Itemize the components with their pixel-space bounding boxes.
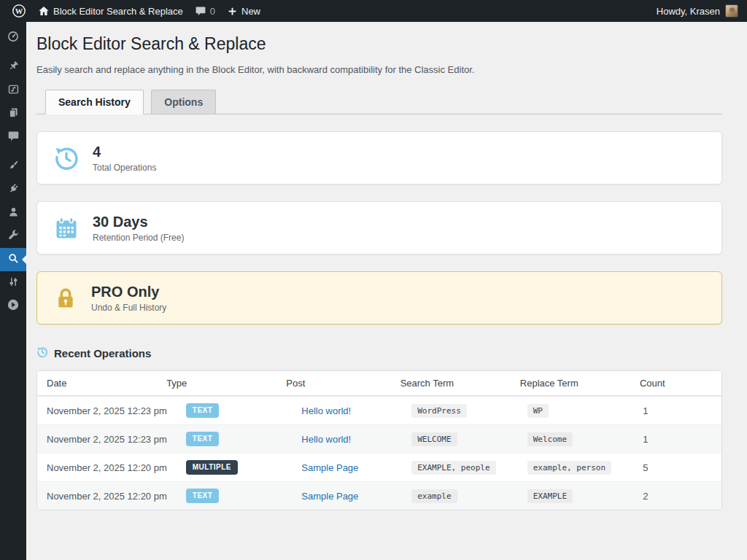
- site-title: Block Editor Search & Replace: [53, 6, 183, 17]
- page-title: Block Editor Search & Replace: [36, 34, 722, 54]
- stat-text: 4 Total Operations: [93, 143, 156, 173]
- cell-date: November 2, 2025 12:23 pm: [37, 427, 177, 451]
- table-row: November 2, 2025 12:23 pm TEXT Hello wor…: [37, 396, 721, 424]
- cell-search-term: EXAMPLE, people: [402, 454, 518, 481]
- admin-bar: W Block Editor Search & Replace 0 New Ho…: [0, 0, 747, 22]
- search-term-chip: WELCOME: [411, 432, 457, 446]
- sidebar-item-appearance[interactable]: [0, 155, 26, 178]
- col-replace-term: Replace Term: [511, 371, 630, 395]
- sidebar-item-tools[interactable]: [0, 225, 26, 248]
- comments-count: 0: [210, 6, 215, 17]
- cell-post: Hello world!: [292, 399, 402, 423]
- cell-replace-term: example, person: [518, 454, 634, 481]
- cell-replace-term: EXAMPLE: [518, 483, 634, 510]
- sidebar-item-posts[interactable]: [0, 55, 26, 79]
- cell-post: Sample Page: [292, 484, 402, 508]
- search-term-chip: EXAMPLE, people: [411, 461, 495, 475]
- table-row: November 2, 2025 12:23 pm TEXT Hello wor…: [37, 424, 721, 453]
- sidebar-item-dashboard[interactable]: [0, 26, 26, 50]
- stat-text: 30 Days Retention Period (Free): [93, 213, 184, 243]
- type-badge: TEXT: [186, 403, 220, 418]
- media-icon: [7, 83, 20, 98]
- cell-search-term: example: [402, 483, 518, 510]
- replace-term-chip: WP: [527, 404, 549, 418]
- tab-options[interactable]: Options: [151, 90, 216, 114]
- menu-separator: [0, 149, 26, 155]
- sidebar-item-comments[interactable]: [0, 125, 26, 149]
- table-header-row: Date Type Post Search Term Replace Term …: [37, 371, 721, 396]
- sidebar-item-users[interactable]: [0, 201, 26, 225]
- col-search-term: Search Term: [391, 371, 511, 395]
- table-row: November 2, 2025 12:20 pm TEXT Sample Pa…: [37, 481, 721, 510]
- tab-search-history[interactable]: Search History: [45, 90, 144, 114]
- new-label: New: [241, 6, 260, 17]
- plugins-plug-icon: [7, 182, 20, 198]
- cell-date: November 2, 2025 12:23 pm: [37, 399, 177, 423]
- cell-search-term: WordPress: [402, 397, 518, 424]
- table-row: November 2, 2025 12:20 pm MULTIPLE Sampl…: [37, 453, 721, 481]
- sidebar-item-plugins[interactable]: [0, 178, 26, 201]
- replace-term-chip: example, person: [527, 461, 611, 475]
- main-content: Block Editor Search & Replace Easily sea…: [26, 22, 747, 560]
- stat-pro-label: Undo & Full History: [91, 303, 166, 313]
- comments-icon: [7, 130, 20, 145]
- type-badge: MULTIPLE: [186, 460, 238, 475]
- new-content-button[interactable]: New: [221, 0, 266, 22]
- plus-icon: [227, 6, 238, 17]
- search-term-chip: example: [411, 489, 457, 503]
- search-icon: [7, 252, 20, 268]
- settings-sliders-icon: [7, 276, 20, 291]
- history-small-icon: [36, 346, 48, 360]
- site-name-link[interactable]: Block Editor Search & Replace: [32, 0, 189, 22]
- howdy-text: Howdy, Krasen: [657, 6, 720, 17]
- avatar: [725, 4, 738, 18]
- post-link[interactable]: Sample Page: [301, 491, 358, 502]
- cell-count: 1: [633, 399, 721, 423]
- users-icon: [7, 206, 20, 221]
- wordpress-logo-menu[interactable]: W: [6, 0, 32, 22]
- cell-type: TEXT: [177, 397, 293, 424]
- cell-count: 5: [633, 456, 721, 480]
- cell-type: TEXT: [177, 482, 293, 510]
- recent-operations-heading: Recent Operations: [36, 346, 722, 360]
- lock-icon: [53, 286, 78, 311]
- sidebar-item-collapse-menu[interactable]: [0, 295, 26, 318]
- cell-type: TEXT: [177, 425, 293, 453]
- account-menu[interactable]: Howdy, Krasen: [654, 4, 741, 18]
- cell-replace-term: WP: [518, 397, 634, 424]
- comments-shortcut[interactable]: 0: [189, 0, 221, 22]
- appearance-brush-icon: [7, 159, 20, 174]
- stat-total-value: 4: [93, 143, 156, 161]
- cell-count: 1: [633, 427, 721, 451]
- sidebar-item-search-replace[interactable]: [0, 248, 26, 271]
- history-icon: [53, 145, 80, 171]
- svg-text:W: W: [15, 7, 23, 15]
- tools-wrench-icon: [7, 229, 20, 244]
- cell-post: Sample Page: [292, 456, 402, 480]
- table-body: November 2, 2025 12:23 pm TEXT Hello wor…: [37, 396, 721, 510]
- collapse-menu-icon: [7, 298, 20, 314]
- stat-card-total-operations: 4 Total Operations: [36, 131, 722, 184]
- sidebar-item-settings[interactable]: [0, 271, 26, 295]
- sidebar-item-pages[interactable]: [0, 102, 26, 125]
- search-term-chip: WordPress: [411, 404, 467, 418]
- recent-operations-title: Recent Operations: [54, 347, 151, 359]
- stat-card-pro-only: PRO Only Undo & Full History: [36, 271, 722, 324]
- sidebar-item-media[interactable]: [0, 79, 26, 102]
- calendar-icon: [53, 215, 80, 241]
- wordpress-logo-icon: W: [12, 4, 26, 18]
- page-subtitle: Easily search and replace anything in th…: [36, 64, 722, 75]
- post-link[interactable]: Sample Page: [301, 462, 358, 473]
- cell-count: 2: [633, 484, 721, 508]
- replace-term-chip: Welcome: [527, 432, 573, 446]
- cell-replace-term: Welcome: [518, 426, 634, 453]
- cell-date: November 2, 2025 12:20 pm: [37, 484, 177, 508]
- post-link[interactable]: Hello world!: [301, 434, 351, 445]
- tab-bar: Search History Options: [36, 90, 722, 114]
- admin-side-menu: [0, 22, 26, 560]
- post-link[interactable]: Hello world!: [301, 405, 351, 416]
- stat-card-retention: 30 Days Retention Period (Free): [36, 201, 722, 254]
- home-icon: [38, 5, 50, 17]
- comment-bubble-icon: [195, 5, 206, 17]
- col-count: Count: [630, 371, 721, 395]
